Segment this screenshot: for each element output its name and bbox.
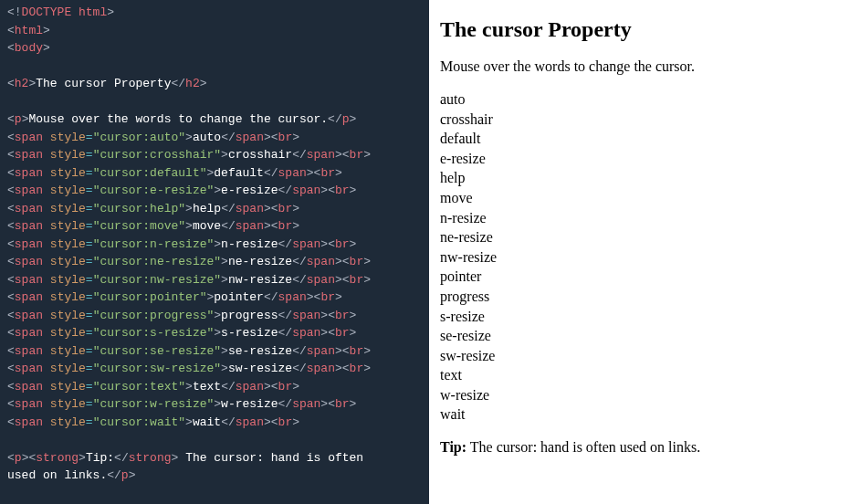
cursor-word[interactable]: auto xyxy=(440,89,838,110)
cursor-word[interactable]: w-resize xyxy=(440,385,838,405)
tip-text: The cursor: hand is often used on links. xyxy=(466,439,700,455)
cursor-word[interactable]: e-resize xyxy=(440,149,838,169)
cursor-word[interactable]: s-resize xyxy=(440,307,838,327)
cursor-word[interactable]: sw-resize xyxy=(440,346,838,366)
preview-heading: The cursor Property xyxy=(440,15,838,44)
cursor-word[interactable]: text xyxy=(440,365,838,385)
preview-pane: The cursor Property Mouse over the words… xyxy=(429,0,849,504)
cursor-word[interactable]: progress xyxy=(440,287,838,307)
cursor-word[interactable]: crosshair xyxy=(440,110,838,130)
cursor-word[interactable]: se-resize xyxy=(440,326,838,346)
cursor-word[interactable]: help xyxy=(440,168,838,188)
cursor-word-list: autocrosshairdefaulte-resizehelpmoven-re… xyxy=(440,89,838,425)
tip-label: Tip: xyxy=(440,439,466,455)
cursor-word[interactable]: n-resize xyxy=(440,208,838,228)
cursor-word[interactable]: move xyxy=(440,188,838,208)
cursor-word[interactable]: nw-resize xyxy=(440,247,838,268)
code-editor-pane[interactable]: <!DOCTYPE html> <html> <body> <h2>The cu… xyxy=(0,0,429,504)
cursor-word[interactable]: default xyxy=(440,129,838,149)
cursor-word[interactable]: wait xyxy=(440,404,838,425)
cursor-word[interactable]: ne-resize xyxy=(440,227,838,247)
cursor-word[interactable]: pointer xyxy=(440,267,838,287)
preview-tip: Tip: The cursor: hand is often used on l… xyxy=(440,437,838,457)
preview-intro: Mouse over the words to change the curso… xyxy=(440,57,838,77)
